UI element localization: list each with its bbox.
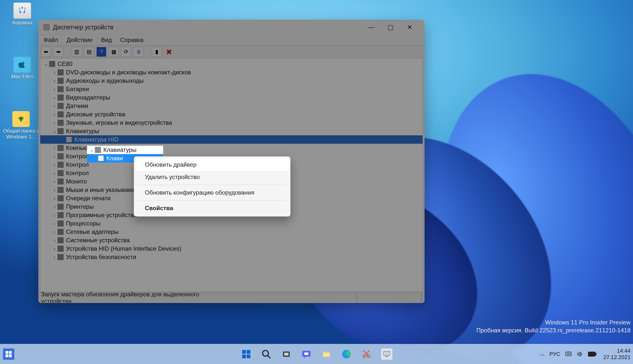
audio-icon xyxy=(58,78,64,84)
search-button[interactable] xyxy=(261,348,272,360)
enable-device-button[interactable]: ▮ xyxy=(152,47,162,57)
minimize-button[interactable]: — xyxy=(361,21,381,33)
device-manager-taskbar-button[interactable] xyxy=(381,348,393,360)
file-explorer-button[interactable] xyxy=(321,348,332,360)
controller-icon xyxy=(58,153,64,159)
tree-category[interactable]: Системные устройства xyxy=(40,236,423,244)
svg-rect-20 xyxy=(595,353,596,355)
svg-rect-17 xyxy=(385,356,388,357)
close-button[interactable]: ✕ xyxy=(400,21,419,33)
svg-line-9 xyxy=(268,355,271,358)
app-icon xyxy=(44,24,50,30)
storage-icon xyxy=(58,170,64,176)
tray-overflow-button[interactable]: ︿ xyxy=(540,350,545,358)
desktop-icon-shared-folder[interactable]: Общая папка с Windows 1... xyxy=(0,111,42,140)
network-icon xyxy=(58,229,64,235)
menu-help[interactable]: Справка xyxy=(120,36,143,44)
ctx-properties[interactable]: Свойства xyxy=(135,202,289,214)
context-menu: Обновить драйвер Удалить устройство Обно… xyxy=(134,156,291,216)
properties-button[interactable]: ▤ xyxy=(84,47,94,57)
svg-rect-0 xyxy=(6,351,9,354)
tree-category[interactable]: Устройства безопасности xyxy=(40,253,423,261)
cpu-icon xyxy=(58,220,64,226)
print-queue-icon xyxy=(58,195,64,201)
tree-category[interactable]: Датчики xyxy=(40,102,423,110)
sensor-icon xyxy=(58,103,64,109)
menu-action[interactable]: Действие xyxy=(67,36,93,44)
tree-category[interactable]: Дисковые устройства xyxy=(40,110,423,118)
tree-category[interactable]: Аудиовходы и аудиовыходы xyxy=(40,76,423,85)
ctx-scan-hardware[interactable]: Обновить конфигурацию оборудования xyxy=(135,186,289,199)
usb-icon xyxy=(58,162,64,168)
tray-language[interactable]: РУС xyxy=(549,351,560,357)
maximize-button[interactable]: ▢ xyxy=(381,21,400,33)
back-button[interactable]: ⬅ xyxy=(41,47,51,57)
widgets-button[interactable] xyxy=(3,348,14,360)
desktop-icon-label: Корзина xyxy=(12,20,32,26)
show-hide-tree-button[interactable]: ▥ xyxy=(72,47,82,57)
svg-rect-21 xyxy=(589,353,594,355)
computer-icon xyxy=(49,61,55,67)
snipping-tool-button[interactable] xyxy=(361,348,372,360)
menu-file[interactable]: Файл xyxy=(44,36,58,44)
svg-point-8 xyxy=(263,350,268,356)
disable-device-button[interactable]: ✖ xyxy=(164,47,173,56)
menu-view[interactable]: Вид xyxy=(101,36,112,44)
svg-rect-16 xyxy=(383,352,390,356)
desktop-icon-mac-files[interactable]: Mac Files xyxy=(5,57,40,80)
status-text: Запуск мастера обновления драйверов для … xyxy=(41,291,228,303)
folder-icon xyxy=(12,111,30,127)
desktop-icon-label: Общая папка с Windows 1... xyxy=(0,128,42,140)
tray-clock[interactable]: 14:44 27.12.2021 xyxy=(603,348,630,360)
tree-category[interactable]: DVD-дисководы и дисководы компакт-дисков xyxy=(40,68,423,76)
mouse-icon xyxy=(58,187,64,193)
software-device-icon xyxy=(58,212,64,218)
tree-category[interactable]: Процессоры xyxy=(40,219,423,228)
window-titlebar[interactable]: Диспетчер устройств — ▢ ✕ xyxy=(39,20,424,34)
tree-root[interactable]: CE80 xyxy=(40,60,423,68)
scan-hardware-button[interactable]: ▦ xyxy=(109,47,119,57)
help-button[interactable]: ? xyxy=(96,47,106,57)
tray-parallels-icon[interactable] xyxy=(565,351,572,357)
forward-button[interactable]: ➡ xyxy=(53,47,63,57)
system-tray: ︿ РУС 14:44 27.12.2021 xyxy=(540,348,630,360)
tree-category[interactable]: Сетевые адаптеры xyxy=(40,228,423,236)
tree-category[interactable]: Батареи xyxy=(40,85,423,93)
task-view-button[interactable] xyxy=(281,348,292,360)
toolbar: ⬅ ➡ ▥ ▤ ? ▦ ⟳ 🖥 ▮ ✖ xyxy=(39,46,424,58)
taskbar: ︿ РУС 14:44 27.12.2021 xyxy=(0,344,633,364)
edge-button[interactable] xyxy=(341,348,352,360)
chat-button[interactable] xyxy=(301,348,312,360)
keyboard-icon xyxy=(98,155,104,161)
tree-device-keyboard-hid[interactable]: Клавиатура HID xyxy=(40,135,423,144)
monitor-icon xyxy=(58,178,64,184)
update-driver-button[interactable]: ⟳ xyxy=(121,47,131,57)
tree-category-keyboards[interactable]: Клавиатуры xyxy=(40,127,423,135)
svg-rect-3 xyxy=(9,354,12,357)
svg-rect-4 xyxy=(242,350,246,354)
computer-icon xyxy=(58,145,64,151)
start-button[interactable] xyxy=(241,348,252,360)
uninstall-button[interactable]: 🖥 xyxy=(133,47,143,57)
tree-category[interactable]: Звуковые, игровые и видеоустройства xyxy=(40,118,423,127)
keyboard-icon xyxy=(66,136,72,142)
sound-icon xyxy=(58,120,64,126)
ctx-uninstall-device[interactable]: Удалить устройство xyxy=(135,171,289,183)
windows-watermark: Windows 11 Pro Insider Preview Пробная в… xyxy=(477,318,630,334)
ctx-separator xyxy=(139,200,285,200)
tray-battery-icon[interactable] xyxy=(588,352,596,357)
folder-icon xyxy=(14,57,31,72)
tray-volume-icon[interactable] xyxy=(577,351,583,358)
recycle-bin-icon xyxy=(13,2,31,19)
desktop-icon-recycle-bin[interactable]: Корзина xyxy=(5,2,40,26)
tree-category[interactable]: Устройства HID (Human Interface Devices) xyxy=(40,244,423,253)
svg-rect-6 xyxy=(242,354,246,358)
status-bar: Запуск мастера обновления драйверов для … xyxy=(39,293,424,303)
taskbar-center xyxy=(241,348,393,360)
tree-category[interactable]: Видеоадаптеры xyxy=(40,93,423,102)
hid-icon xyxy=(58,246,64,252)
ctx-update-driver[interactable]: Обновить драйвер xyxy=(135,158,289,171)
window-title: Диспетчер устройств xyxy=(53,24,113,31)
system-device-icon xyxy=(58,237,64,243)
disk-icon xyxy=(58,111,64,117)
